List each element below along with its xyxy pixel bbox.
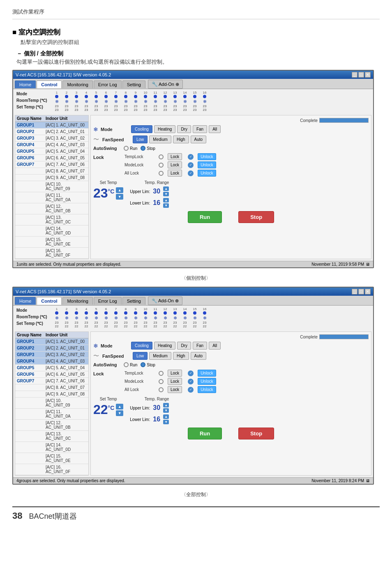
unit-col-7[interactable]: 7 ❄ 23 22 <box>111 307 120 328</box>
group-row-group2[interactable]: GROUP2 [A/C] 2. AC_UNIT_01 <box>15 129 88 135</box>
group-row-group6[interactable]: GROUP6 [A/C] 6. AC_UNIT_05 <box>15 155 88 161</box>
temp-up-btn2[interactable]: ▲ <box>116 404 123 409</box>
modelock-unlock-btn2[interactable]: Unlock <box>198 378 216 385</box>
unit-col-3[interactable]: 3 ❄ 23 22 <box>72 307 81 328</box>
temp-down-btn[interactable]: ▼ <box>116 194 123 200</box>
stop-btn2[interactable]: Stop <box>238 428 274 439</box>
modelock-unlock-btn[interactable]: Unlock <box>198 161 216 168</box>
autoswing-run-option2[interactable]: Run <box>124 362 137 367</box>
unit-col-13[interactable]: 13 ❄ 23 23 <box>171 91 180 112</box>
group-row-group4[interactable]: GROUP4 [A/C] 4. AC_UNIT_03 <box>15 358 88 365</box>
unit-col-14[interactable]: 14 ❄ 23 23 <box>180 91 189 112</box>
unit-col-14[interactable]: 14 ❄ 23 22 <box>180 307 189 328</box>
lower-up-btn2[interactable]: ▲ <box>163 414 169 419</box>
tab-monitoring[interactable]: Monitoring <box>62 80 92 88</box>
group-unit-row[interactable]: [A/C] 11. AC_UNIT_0A <box>15 409 88 420</box>
templock-lock-btn[interactable]: Lock <box>168 153 182 160</box>
run-btn2[interactable]: Run <box>188 428 222 439</box>
fanspeed-high-btn[interactable]: High <box>173 136 189 143</box>
tab-home2[interactable]: Home <box>15 297 36 305</box>
fanspeed-auto-btn[interactable]: Auto <box>191 136 207 143</box>
group-unit-row[interactable]: [A/C] 16. AC_UNIT_0F <box>15 248 88 259</box>
group-row-group4[interactable]: GROUP4 [A/C] 4. AC_UNIT_03 <box>15 142 88 148</box>
tab-errorlog[interactable]: Error Log <box>94 80 122 88</box>
fanspeed-medium-btn[interactable]: Medium <box>149 136 171 143</box>
upper-down-btn2[interactable]: ▼ <box>163 408 169 413</box>
mode-cooling-btn2[interactable]: Cooling <box>131 342 152 350</box>
fanspeed-high-btn2[interactable]: High <box>173 352 189 360</box>
unit-col-15[interactable]: 15 ❄ 23 22 <box>190 307 199 328</box>
fanspeed-medium-btn2[interactable]: Medium <box>149 352 171 360</box>
unit-col-16[interactable]: 16 ❄ 23 23 <box>200 91 209 112</box>
unit-col-11[interactable]: 11 ❄ 23 22 <box>151 307 160 328</box>
unit-col-8[interactable]: 8 ❄ 23 22 <box>121 307 130 328</box>
unit-col-4[interactable]: 4 ❄ 23 23 <box>82 91 91 112</box>
lower-down-btn2[interactable]: ▼ <box>163 420 169 424</box>
restore-btn2[interactable]: □ <box>358 289 364 294</box>
group-unit-row[interactable]: [A/C] 12. AC_UNIT_0B <box>15 203 88 214</box>
unit-col-6[interactable]: 6 ❄ 23 23 <box>101 91 111 112</box>
upper-down-btn[interactable]: ▼ <box>163 192 169 196</box>
templock-unlock-btn2[interactable]: Unlock <box>198 370 216 377</box>
modelock-lock-btn2[interactable]: Lock <box>168 378 182 385</box>
group-unit-row[interactable]: [A/C] 13. AC_UNIT_0C <box>15 214 88 225</box>
run-btn[interactable]: Run <box>188 211 222 223</box>
group-unit-row[interactable]: [A/C] 9. AC_UNIT_08 <box>15 391 88 398</box>
upper-up-btn2[interactable]: ▲ <box>163 403 169 407</box>
mode-heating-btn[interactable]: Heating <box>154 125 175 133</box>
close-btn2[interactable]: ✕ <box>365 289 371 294</box>
group-unit-row[interactable]: [A/C] 14. AC_UNIT_0D <box>15 442 88 453</box>
group-row-group2[interactable]: GROUP2 [A/C] 2. AC_UNIT_01 <box>15 345 88 352</box>
unit-col-15[interactable]: 15 ❄ 23 23 <box>190 91 199 112</box>
group-unit-row[interactable]: [A/C] 16. AC_UNIT_0F <box>15 464 88 475</box>
templock-lock-btn2[interactable]: Lock <box>168 370 182 377</box>
group-row-group6[interactable]: GROUP6 [A/C] 6. AC_UNIT_05 <box>15 371 88 378</box>
unit-col-2[interactable]: 2 ❄ 23 23 <box>62 91 71 112</box>
group-unit-row[interactable]: [A/C] 15. AC_UNIT_0E <box>15 237 88 248</box>
group-unit-row[interactable]: [A/C] 11. AC_UNIT_0A <box>15 192 88 203</box>
group-row-group7[interactable]: GROUP7 [A/C] 7. AC_UNIT_06 <box>15 378 88 384</box>
group-unit-row[interactable]: [A/C] 8. AC_UNIT_07 <box>15 384 88 391</box>
unit-col-5[interactable]: 5 ❄ 23 22 <box>92 307 101 328</box>
tab-errorlog2[interactable]: Error Log <box>94 297 122 305</box>
unit-col-7[interactable]: 7 ❄ 23 23 <box>111 91 120 112</box>
fanspeed-auto-btn2[interactable]: Auto <box>191 352 207 360</box>
unit-col-1[interactable]: 1 ❄ 23 23 <box>52 91 61 112</box>
unit-col-8[interactable]: 8 ❄ 23 23 <box>121 91 130 112</box>
unit-col-1[interactable]: 1 ❄ 23 22 <box>52 307 61 328</box>
unit-col-6[interactable]: 6 ❄ 23 22 <box>101 307 111 328</box>
templock-unlock-btn[interactable]: Unlock <box>198 153 216 160</box>
mode-dry-btn2[interactable]: Dry <box>177 342 191 350</box>
mode-dry-btn[interactable]: Dry <box>177 125 191 133</box>
tab-monitoring2[interactable]: Monitoring <box>62 297 92 305</box>
lower-up-btn[interactable]: ▲ <box>163 198 169 202</box>
group-row-group1[interactable]: GROUP1 [A/C] 1. AC_UNIT_00 <box>15 338 88 345</box>
mode-fan-btn[interactable]: Fan <box>193 125 207 133</box>
tab-home[interactable]: Home <box>15 80 36 88</box>
group-row-group1[interactable]: GROUP1 [A/C] 1. AC_UNIT_00 <box>15 122 88 129</box>
group-unit-row[interactable]: [A/C] 9. AC_UNIT_08 <box>15 175 88 181</box>
autoswing-run-option[interactable]: Run <box>124 146 137 151</box>
restore-btn[interactable]: □ <box>358 72 364 78</box>
group-row-group5[interactable]: GROUP5 [A/C] 5. AC_UNIT_04 <box>15 365 88 371</box>
tab-setting2[interactable]: Setting <box>122 297 145 305</box>
group-unit-row[interactable]: [A/C] 10. AC_UNIT_09 <box>15 181 88 192</box>
alllock-unlock-btn[interactable]: Unlock <box>198 170 216 177</box>
temp-up-btn[interactable]: ▲ <box>116 187 123 193</box>
minimize-btn[interactable]: _ <box>352 72 357 78</box>
unit-col-11[interactable]: 11 ❄ 23 23 <box>151 91 160 112</box>
add-on-btn[interactable]: 🔧 Add-On ⊕ <box>148 80 183 89</box>
group-unit-row[interactable]: [A/C] 15. AC_UNIT_0E <box>15 453 88 464</box>
unit-col-4[interactable]: 4 ❄ 23 22 <box>82 307 91 328</box>
group-unit-row[interactable]: [A/C] 10. AC_UNIT_09 <box>15 398 88 409</box>
unit-col-13[interactable]: 13 ❄ 23 22 <box>171 307 180 328</box>
mode-all-btn2[interactable]: All <box>209 342 221 350</box>
alllock-unlock-btn2[interactable]: Unlock <box>198 386 216 393</box>
upper-up-btn[interactable]: ▲ <box>163 186 169 191</box>
unit-col-10[interactable]: 10 ❄ 23 23 <box>141 91 150 112</box>
unit-col-12[interactable]: 12 ❄ 23 23 <box>161 91 170 112</box>
tab-control2[interactable]: Control <box>37 297 62 305</box>
alllock-lock-btn2[interactable]: Lock <box>168 386 182 393</box>
group-row-group3[interactable]: GROUP3 [A/C] 3. AC_UNIT_02 <box>15 352 88 358</box>
fanspeed-low-btn2[interactable]: Low <box>133 352 148 360</box>
